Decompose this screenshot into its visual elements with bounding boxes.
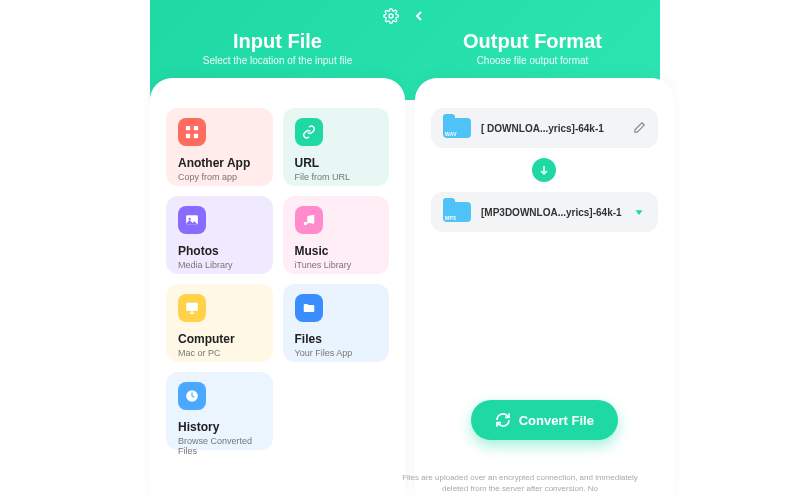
input-title: Input File [150, 30, 405, 53]
svg-rect-9 [186, 303, 198, 311]
tile-sub: Browse Converted Files [178, 436, 261, 456]
mp3-file-icon: MP3 [443, 202, 471, 222]
tile-title: History [178, 420, 261, 434]
convert-button[interactable]: Convert File [471, 400, 618, 440]
header-input-col: Input File Select the location of the in… [150, 30, 405, 66]
output-title: Output Format [405, 30, 660, 53]
refresh-icon [495, 412, 511, 428]
tile-sub: Media Library [178, 260, 261, 270]
tile-sub: Mac or PC [178, 348, 261, 358]
image-icon [178, 206, 206, 234]
tile-another-app[interactable]: Another App Copy from app [166, 108, 273, 186]
input-subtitle: Select the location of the input file [150, 55, 405, 66]
apps-icon [178, 118, 206, 146]
header-output-col: Output Format Choose file output format [405, 30, 660, 66]
target-file-row[interactable]: MP3 [MP3DOWNLOA...yrics]-64k-1 [431, 192, 658, 232]
svg-point-6 [189, 218, 191, 220]
svg-rect-3 [186, 134, 190, 138]
source-file-name: [ DOWNLOA...yrics]-64k-1 [481, 123, 622, 134]
svg-rect-4 [194, 134, 198, 138]
target-file-name: [MP3DOWNLOA...yrics]-64k-1 [481, 207, 622, 218]
tile-photos[interactable]: Photos Media Library [166, 196, 273, 274]
output-subtitle: Choose file output format [405, 55, 660, 66]
tile-title: Photos [178, 244, 261, 258]
tile-sub: Your Files App [295, 348, 378, 358]
settings-icon[interactable] [383, 8, 399, 24]
tile-title: Computer [178, 332, 261, 346]
folder-icon [295, 294, 323, 322]
tile-history[interactable]: History Browse Converted Files [166, 372, 273, 450]
monitor-icon [178, 294, 206, 322]
back-icon[interactable] [411, 8, 427, 24]
tile-computer[interactable]: Computer Mac or PC [166, 284, 273, 362]
tile-sub: File from URL [295, 172, 378, 182]
tile-files[interactable]: Files Your Files App [283, 284, 390, 362]
tile-title: Music [295, 244, 378, 258]
tile-music[interactable]: Music iTunes Library [283, 196, 390, 274]
svg-point-7 [303, 222, 307, 226]
tile-title: Another App [178, 156, 261, 170]
tile-sub: Copy from app [178, 172, 261, 182]
input-panel: Another App Copy from app URL File from … [150, 78, 405, 500]
output-panel: WAV [ DOWNLOA...yrics]-64k-1 MP3 [MP3DOW… [415, 78, 674, 500]
wav-file-icon: WAV [443, 118, 471, 138]
tile-title: URL [295, 156, 378, 170]
arrow-down-icon [532, 158, 556, 182]
tile-url[interactable]: URL File from URL [283, 108, 390, 186]
file-format-label: MP3 [445, 215, 456, 221]
tile-title: Files [295, 332, 378, 346]
clock-icon [178, 382, 206, 410]
svg-rect-2 [194, 126, 198, 130]
svg-rect-1 [186, 126, 190, 130]
source-file-row[interactable]: WAV [ DOWNLOA...yrics]-64k-1 [431, 108, 658, 148]
svg-point-0 [389, 14, 393, 18]
footer-note: Files are uploaded over an encrypted con… [390, 473, 650, 494]
link-icon [295, 118, 323, 146]
file-format-label: WAV [445, 131, 457, 137]
svg-point-8 [310, 221, 314, 225]
chevron-down-icon[interactable] [632, 205, 646, 219]
convert-button-label: Convert File [519, 413, 594, 428]
edit-icon[interactable] [632, 121, 646, 135]
svg-marker-14 [635, 210, 642, 215]
music-icon [295, 206, 323, 234]
tile-sub: iTunes Library [295, 260, 378, 270]
